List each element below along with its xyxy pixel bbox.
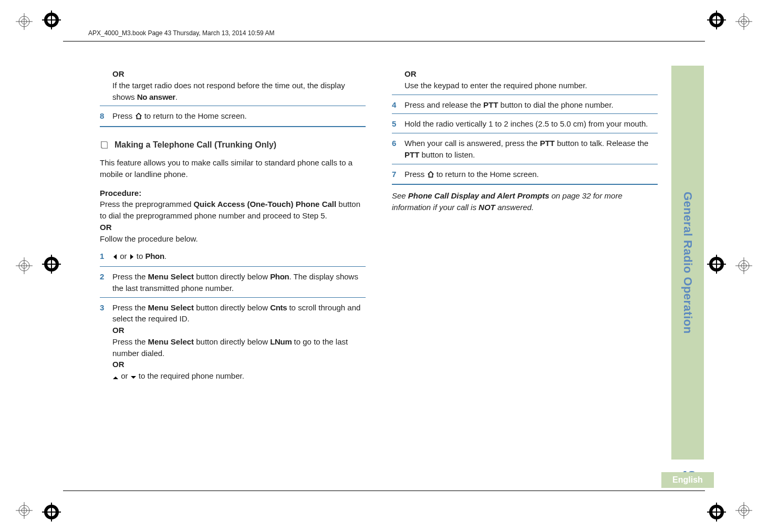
text: Menu Select xyxy=(148,303,194,312)
text: or xyxy=(118,252,129,260)
book-icon xyxy=(100,140,109,150)
registration-mark-icon xyxy=(735,257,752,274)
registration-mark-icon xyxy=(16,502,33,519)
svg-point-14 xyxy=(709,13,724,27)
text: Press xyxy=(112,111,135,120)
text: NOT xyxy=(479,203,495,212)
text: button to talk. Release the xyxy=(555,139,648,148)
text: Press the xyxy=(112,272,148,281)
or-label: OR xyxy=(112,68,366,80)
header-rule xyxy=(63,41,705,41)
svg-point-23 xyxy=(712,260,721,268)
svg-point-1 xyxy=(22,19,27,24)
step-number: 6 xyxy=(392,138,399,161)
svg-point-22 xyxy=(709,257,724,272)
step-number: 1 xyxy=(100,251,107,263)
svg-point-12 xyxy=(44,13,59,27)
text: Press the xyxy=(112,303,148,312)
crop-mark-icon xyxy=(42,255,61,274)
text: to return to the Home screen. xyxy=(142,111,247,120)
display-text: LNum xyxy=(270,337,292,346)
registration-mark-icon xyxy=(16,257,33,274)
svg-point-15 xyxy=(712,16,721,24)
step-number: 7 xyxy=(392,169,399,181)
text: Hold the radio vertically 1 to 2 inches … xyxy=(404,118,658,130)
step-3: 3 Press the Menu Select button directly … xyxy=(100,302,366,383)
step-8: 8 Press to return to the Home screen. xyxy=(100,110,366,123)
svg-point-5 xyxy=(22,508,27,513)
left-column: OR If the target radio does not respond … xyxy=(100,68,366,479)
left-arrow-icon xyxy=(112,252,118,263)
text: . xyxy=(164,252,167,260)
registration-mark-icon xyxy=(735,502,752,519)
text: Press the xyxy=(112,337,148,346)
up-arrow-icon xyxy=(112,371,119,383)
svg-point-21 xyxy=(47,260,56,268)
text: Press the preprogrammed xyxy=(100,200,193,208)
step-number: 3 xyxy=(100,302,107,383)
text: button directly below xyxy=(194,337,270,346)
svg-point-4 xyxy=(19,505,29,516)
note-paragraph: See Phone Call Display and Alert Prompts… xyxy=(392,190,658,213)
intro-paragraph: This feature allows you to make calls si… xyxy=(100,157,366,180)
text: button to listen. xyxy=(419,150,475,159)
svg-point-0 xyxy=(19,16,29,27)
side-tab: General Radio Operation xyxy=(671,66,704,460)
paragraph: Press the preprogrammed Quick Access (On… xyxy=(100,199,366,222)
svg-point-13 xyxy=(47,16,56,24)
footer-rule xyxy=(63,491,705,491)
text: Quick Access (One-Touch) Phone Call xyxy=(193,200,336,208)
display-text: Cnts xyxy=(270,303,287,312)
section-title-text: Making a Telephone Call (Trunking Only) xyxy=(115,139,276,151)
svg-point-9 xyxy=(22,263,27,268)
step-5: 5 Hold the radio vertically 1 to 2 inche… xyxy=(392,118,658,130)
text: Press and release the xyxy=(404,100,483,109)
crop-mark-icon xyxy=(707,255,726,274)
or-label: OR xyxy=(404,68,658,80)
paragraph: If the target radio does not respond bef… xyxy=(112,80,366,103)
language-label: English xyxy=(661,472,714,488)
registration-mark-icon xyxy=(16,13,33,30)
step-1: 1 or to Phon. xyxy=(100,251,366,263)
crop-mark-icon xyxy=(707,11,726,29)
text: Press xyxy=(404,170,427,179)
text: PTT xyxy=(540,139,555,148)
paragraph: Use the keypad to enter the required pho… xyxy=(404,80,658,91)
text: to the required phone number. xyxy=(137,371,244,380)
display-text: Phon xyxy=(270,272,289,281)
right-arrow-icon xyxy=(129,252,134,263)
paragraph: Follow the procedure below. xyxy=(100,233,366,245)
step-7: 7 Press to return to the Home screen. xyxy=(392,169,658,181)
home-icon xyxy=(135,111,142,123)
step-number: 4 xyxy=(392,99,399,111)
text: button directly below xyxy=(194,303,270,312)
text: PTT xyxy=(404,150,419,159)
text: button to dial the phone number. xyxy=(498,100,613,109)
text: When your call is answered, press the xyxy=(404,139,540,148)
page-content: OR If the target radio does not respond … xyxy=(100,68,658,479)
text: or xyxy=(119,371,130,380)
svg-point-10 xyxy=(739,260,749,271)
text: See xyxy=(392,191,408,200)
registration-mark-icon xyxy=(735,13,752,30)
svg-point-3 xyxy=(741,19,746,24)
or-label: OR xyxy=(112,325,366,336)
step-number: 5 xyxy=(392,118,399,130)
svg-point-16 xyxy=(44,505,59,519)
text: answered. xyxy=(495,203,534,212)
sidebar: General Radio Operation 43 English xyxy=(671,66,704,488)
side-title: General Radio Operation xyxy=(681,192,694,334)
or-label: OR xyxy=(112,359,366,370)
down-arrow-icon xyxy=(130,371,137,383)
crop-mark-icon xyxy=(707,503,726,521)
svg-point-8 xyxy=(19,260,29,271)
display-text: No answer xyxy=(137,92,175,101)
svg-point-7 xyxy=(741,508,746,513)
text: Phone Call Display and Alert Prompts xyxy=(408,191,549,200)
text: to return to the Home screen. xyxy=(434,170,539,179)
step-6: 6 When your call is answered, press the … xyxy=(392,138,658,161)
procedure-label: Procedure: xyxy=(100,187,366,199)
text: Menu Select xyxy=(148,337,194,346)
section-heading: Making a Telephone Call (Trunking Only) xyxy=(100,139,366,151)
svg-point-2 xyxy=(739,16,749,27)
